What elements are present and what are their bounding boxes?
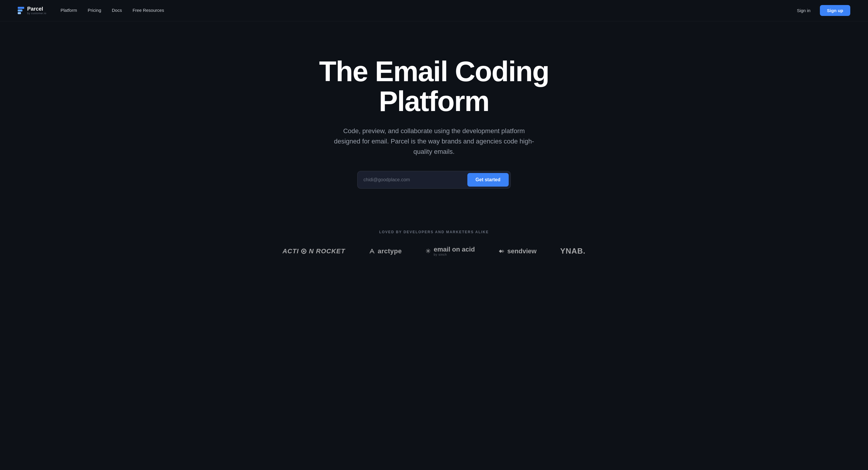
- nav-link-free-resources[interactable]: Free Resources: [132, 8, 164, 13]
- sign-in-button[interactable]: Sign in: [792, 6, 815, 15]
- target-icon: [301, 249, 306, 254]
- get-started-button[interactable]: Get started: [467, 173, 509, 187]
- hero-title: The Email Coding Platform: [272, 57, 596, 116]
- sendview-logo: sendview: [498, 247, 536, 255]
- hero-subtitle: Code, preview, and collaborate using the…: [334, 126, 534, 157]
- nav-link-platform[interactable]: Platform: [61, 8, 77, 13]
- logo-bar-1: [18, 7, 24, 9]
- email-on-acid-logo: ✳ email on acid by sinch: [426, 246, 475, 256]
- sign-up-button[interactable]: Sign up: [820, 5, 850, 16]
- email-acid-text-group: email on acid by sinch: [434, 246, 475, 256]
- arctype-text: arctype: [378, 247, 402, 255]
- nav-links: Platform Pricing Docs Free Resources: [61, 8, 164, 13]
- email-acid-main-text: email on acid: [434, 246, 475, 253]
- logo-name: Parcel: [27, 6, 46, 12]
- logo-text: Parcel by customer.io: [27, 6, 46, 15]
- logo-bar-3: [18, 12, 21, 14]
- sendview-text: sendview: [507, 247, 536, 255]
- hero-form: Get started: [357, 171, 511, 189]
- brand-email-on-acid: ✳ email on acid by sinch: [426, 246, 475, 256]
- email-acid-sub-text: by sinch: [434, 253, 475, 256]
- email-acid-star-icon: ✳: [426, 247, 431, 255]
- arctype-logo: arctype: [369, 247, 402, 255]
- logo-bar-2: [18, 9, 23, 11]
- brand-ynab: YNAB.: [560, 247, 585, 256]
- action-rocket-logo: ACTI N ROCKET: [283, 247, 345, 255]
- logo-icon: [18, 7, 24, 14]
- nav-right: Sign in Sign up: [792, 5, 850, 16]
- sendview-icon: [498, 248, 505, 254]
- nav-item-free-resources[interactable]: Free Resources: [132, 8, 164, 13]
- logo-sub: by customer.io: [27, 12, 46, 15]
- nav-item-platform[interactable]: Platform: [61, 8, 77, 13]
- nav-item-pricing[interactable]: Pricing: [88, 8, 101, 13]
- nav-link-pricing[interactable]: Pricing: [88, 8, 101, 13]
- ynab-logo: YNAB.: [560, 247, 585, 256]
- logos-section-label: LOVED BY DEVELOPERS AND MARKETERS ALIKE: [12, 230, 856, 234]
- brand-arctype: arctype: [369, 247, 402, 255]
- brand-sendview: sendview: [498, 247, 536, 255]
- nav-left: Parcel by customer.io Platform Pricing D…: [18, 6, 164, 15]
- brand-action-rocket: ACTI N ROCKET: [283, 247, 345, 255]
- email-input[interactable]: [364, 174, 467, 185]
- hero-section: The Email Coding Platform Code, preview,…: [0, 21, 868, 212]
- arctype-icon: [369, 248, 375, 254]
- navbar: Parcel by customer.io Platform Pricing D…: [0, 0, 868, 21]
- logo-link[interactable]: Parcel by customer.io: [18, 6, 46, 15]
- nav-link-docs[interactable]: Docs: [112, 8, 122, 13]
- nav-item-docs[interactable]: Docs: [112, 8, 122, 13]
- logos-section: LOVED BY DEVELOPERS AND MARKETERS ALIKE …: [0, 212, 868, 280]
- logos-row: ACTI N ROCKET arctype ✳ email on acid: [12, 246, 856, 256]
